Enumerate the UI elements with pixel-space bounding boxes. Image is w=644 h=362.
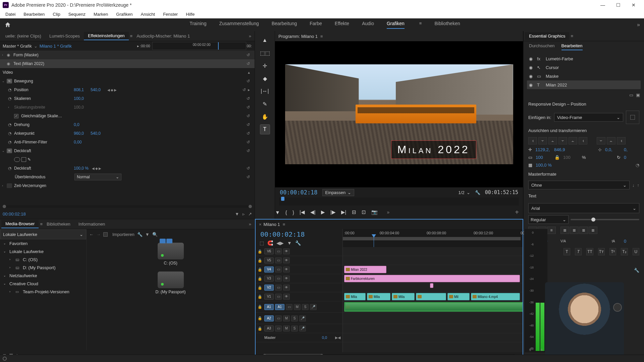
track-visibility-icon[interactable]: 👁 (283, 276, 290, 282)
add-key-icon[interactable]: ◆ (111, 88, 113, 92)
tl-settings-icon[interactable]: ▼ (287, 240, 292, 246)
pull-style-icon[interactable]: ↑ (637, 183, 640, 188)
font-family-select[interactable]: Arial⌄ (528, 203, 639, 213)
menu-hilfe[interactable]: Hilfe (182, 11, 198, 18)
font-style-select[interactable]: Regular⌄ (528, 215, 569, 224)
track-target-v2[interactable]: V2 (264, 285, 274, 291)
track-visibility-icon[interactable]: 👁 (283, 285, 290, 291)
ws-zusammenstellung[interactable]: Zusammenstellung (219, 21, 259, 29)
reset-icon[interactable]: ↺ (247, 79, 250, 83)
track-target-v5[interactable]: V5 (264, 257, 274, 263)
search-icon[interactable]: 🔍 (152, 232, 158, 237)
text-justify3-icon[interactable]: ≣ (579, 227, 588, 234)
track-a3[interactable] (343, 324, 523, 333)
tree-favoriten[interactable]: Favoriten (9, 241, 28, 246)
track-visibility-icon[interactable]: 👁 (283, 248, 290, 254)
eg-anchor-y[interactable]: 0, (624, 147, 639, 152)
track-target-v4[interactable]: V4 (264, 266, 274, 273)
panel-menu-icon[interactable]: ≡ (571, 34, 573, 39)
reset-icon[interactable]: ↺ (247, 131, 250, 136)
lock-icon[interactable]: 🔒 (258, 277, 263, 281)
ec-position-x[interactable]: 808,1 (74, 87, 91, 92)
tree-lokale[interactable]: Lokale Laufwerke (9, 249, 44, 254)
visibility-icon[interactable]: ◉ (529, 56, 534, 61)
reset-icon[interactable]: ↺ (247, 122, 250, 127)
eg-title[interactable]: Essential Graphics (525, 32, 569, 40)
maximize-button[interactable]: ☐ (610, 0, 626, 10)
panel-menu-icon[interactable]: ≡ (283, 222, 285, 227)
tab-effekteinstellungen[interactable]: Effekteinstellungen (84, 32, 129, 40)
visibility-icon[interactable]: ◉ (529, 82, 534, 87)
text-justify-icon[interactable]: ≣ (560, 227, 569, 234)
tab-lumetri-scopes[interactable]: Lumetri-Scopes (45, 32, 84, 40)
tree-drive-c[interactable]: C: (OS) (23, 257, 38, 262)
ec-deckkraft-value[interactable]: 100,0 % (74, 166, 92, 171)
drive-c[interactable]: C: (OS) (92, 243, 249, 265)
eg-layer-cursor[interactable]: ◉↖Cursor (527, 63, 641, 72)
play-icon[interactable]: ▶ (321, 209, 325, 215)
font-size-slider[interactable] (571, 219, 639, 220)
track-master[interactable] (343, 333, 523, 342)
voice-over-icon[interactable]: 🎤 (299, 315, 306, 321)
visibility-icon[interactable]: ◉ (7, 53, 12, 57)
track-v1[interactable]: Mila Mila Mila Mil Milano 4.mp4 (343, 292, 523, 301)
eg-rotation[interactable]: 0 (624, 155, 639, 160)
wrench-icon[interactable]: 🔧 (137, 232, 143, 237)
filter-icon[interactable]: ▼ (235, 212, 239, 217)
ws-audio[interactable]: Audio (362, 21, 374, 29)
tree-netzlaufwerke[interactable]: Netzlaufwerke (9, 273, 37, 278)
razor-tool[interactable]: ◆ (260, 73, 270, 83)
lock-icon[interactable]: 🔒 (258, 267, 263, 272)
menu-marken[interactable]: Marken (90, 11, 111, 18)
linked-selection-icon[interactable]: 🧲 (267, 240, 273, 246)
track-target-v3[interactable]: V3 (264, 276, 274, 282)
track-select-tool[interactable]: ⬚⬚ (260, 48, 270, 58)
menu-fenster[interactable]: Fenster (160, 11, 181, 18)
allcaps-icon[interactable]: TT (586, 248, 593, 255)
extract-icon[interactable]: ⊡ (362, 209, 366, 215)
snap-icon[interactable]: ⬚ (260, 240, 264, 246)
slip-tool[interactable]: |↔| (260, 86, 270, 96)
import-checkbox[interactable] (103, 232, 108, 237)
distribute-h-icon[interactable]: ⫟ (597, 137, 605, 144)
marker-icon[interactable]: ◀▶ (276, 240, 284, 246)
reset-icon[interactable]: ↺ (247, 175, 250, 179)
track-v6[interactable] (343, 247, 523, 256)
clip-farbkorrekturen[interactable]: Farbkorrekturen (344, 275, 520, 282)
ec-mini-timeline[interactable]: 00:00:02:00 (152, 42, 246, 50)
nav-back-icon[interactable]: ← (89, 232, 94, 237)
stopwatch-icon[interactable]: ◔ (8, 122, 13, 127)
leading-value[interactable]: 0 (624, 239, 639, 244)
next-key-icon[interactable]: ▶ (114, 88, 117, 92)
timeline-ruler[interactable]: :00:00 00:00:04:00 00:00:08:00 00:00:12:… (343, 229, 523, 247)
ec-deckkraft[interactable]: Deckkraft (13, 148, 74, 153)
menu-clip[interactable]: Clip (49, 11, 63, 18)
lock-icon[interactable]: 🔒 (258, 286, 263, 290)
eg-layer-milan[interactable]: ◉TMilan 2022 (527, 80, 641, 89)
tree-drive-d[interactable]: D: (My Passport) (23, 265, 56, 270)
mute-button[interactable]: M (283, 325, 290, 331)
add-marker-icon[interactable]: ▼ (275, 209, 280, 215)
track-toggle[interactable]: ▭ (286, 304, 292, 310)
track-toggle[interactable]: ▭ (275, 276, 282, 282)
uniform-scale-checkbox[interactable]: ✓ (14, 114, 18, 118)
reset-icon[interactable]: ↺ (247, 114, 250, 118)
track-toggle[interactable]: ▭ (275, 315, 282, 321)
eg-pos-y[interactable]: 846,9 (554, 147, 570, 152)
track-target-a1[interactable]: A1 (275, 304, 284, 310)
clip-v1-5[interactable]: Mil (447, 293, 470, 300)
eg-layer-lumetri[interactable]: ◉fxLumetri-Farbe (527, 54, 641, 63)
smallcaps-icon[interactable]: Tᴛ (598, 248, 605, 255)
filter-icon[interactable]: ▼ (145, 232, 150, 237)
prev-key-icon[interactable]: ◀ (107, 88, 110, 92)
clip-v1-2[interactable]: Mila (367, 293, 390, 300)
eg-scale-w[interactable]: 100 (536, 155, 551, 160)
track-toggle[interactable]: ▭ (275, 248, 282, 254)
master-level[interactable]: 0,0 (322, 336, 327, 340)
solo-button[interactable]: S (291, 315, 298, 321)
ec-current-time[interactable]: 00:00:02:18 (3, 212, 26, 217)
faux-bold-icon[interactable]: T (564, 248, 570, 255)
clip-title[interactable]: Milan 2022 (344, 266, 386, 273)
track-visibility-icon[interactable]: 👁 (283, 266, 290, 273)
ec-ankerpunkt-y[interactable]: 540,0 (91, 131, 107, 136)
